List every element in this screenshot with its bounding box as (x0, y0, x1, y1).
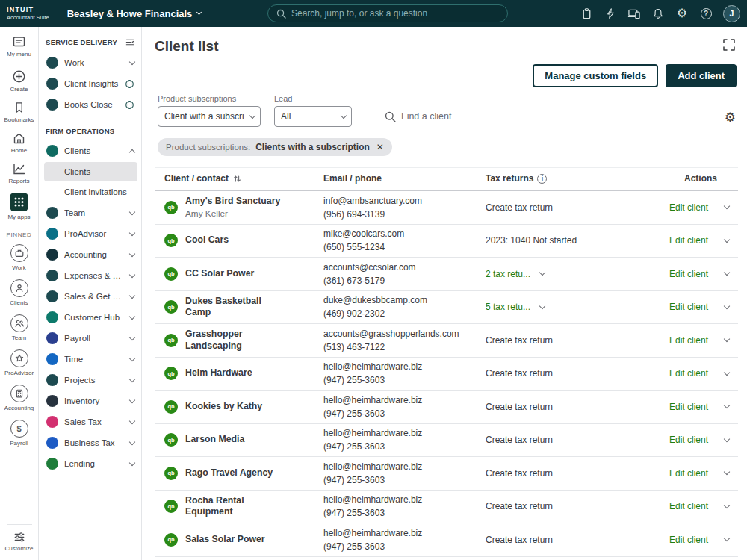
email-phone-cell: accounts@grasshopperlands.com (513) 463-… (316, 327, 478, 354)
edit-client-link[interactable]: Edit client (669, 535, 708, 545)
edit-client-link[interactable]: Edit client (669, 435, 708, 445)
client-name[interactable]: Rocha Rental Equipment (185, 495, 282, 518)
sidebar-item[interactable]: Sales Tax (44, 411, 137, 432)
edit-client-link[interactable]: Edit client (669, 368, 708, 379)
sidebar-item[interactable]: Work (44, 52, 137, 73)
edit-client-link[interactable]: Edit client (669, 468, 708, 479)
sidebar-item[interactable]: Lending (44, 453, 137, 474)
find-client-input[interactable] (401, 111, 483, 122)
client-name[interactable]: Larson Media (185, 434, 244, 446)
row-actions-chevron-icon[interactable] (724, 203, 730, 209)
sidebar-item[interactable]: ProAdvisor (44, 223, 137, 244)
fullscreen-icon[interactable] (722, 38, 736, 52)
client-name[interactable]: Cool Cars (185, 234, 229, 246)
tax-returns-link[interactable]: 2 tax retu... (486, 269, 530, 279)
global-search[interactable] (267, 4, 508, 22)
rail-item-create[interactable]: Create (0, 65, 38, 96)
edit-client-link[interactable]: Edit client (669, 202, 708, 213)
edit-client-link[interactable]: Edit client (669, 335, 708, 346)
table-row: qb Kookies by Kathy hello@heimhardware.b… (155, 391, 738, 424)
email-phone-cell: hello@heimhardware.biz (947) 255-3603 (316, 493, 478, 520)
edit-client-link[interactable]: Edit client (669, 269, 708, 279)
client-name[interactable]: Grasshopper Landscaping (185, 329, 282, 352)
rail-item-accounting[interactable]: Accounting (0, 380, 38, 415)
rail-item-bookmarks[interactable]: Bookmarks (0, 96, 38, 127)
client-name[interactable]: Kookies by Kathy (185, 401, 262, 413)
sidebar-item[interactable]: Clients (44, 162, 137, 181)
rail-item-customize[interactable]: Customize (0, 526, 38, 556)
product-subscriptions-select[interactable]: Client with a subscri... (158, 106, 261, 127)
row-actions-chevron-icon[interactable] (724, 436, 730, 442)
row-actions-chevron-icon[interactable] (724, 469, 730, 475)
sidebar-item[interactable]: Time (44, 349, 137, 370)
sidebar-item[interactable]: Customer Hub (44, 307, 137, 328)
client-name[interactable]: Amy's Bird Sanctuary (185, 196, 280, 208)
settings-gear-icon[interactable] (675, 7, 689, 20)
table-settings-gear-icon[interactable] (725, 111, 736, 125)
edit-client-link[interactable]: Edit client (669, 402, 708, 412)
row-actions-chevron-icon[interactable] (724, 402, 730, 408)
client-phone: (947) 255-3603 (323, 506, 478, 520)
company-switcher[interactable]: Beasley & Howe Financials (67, 8, 202, 19)
find-client-search[interactable] (385, 106, 483, 127)
edit-client-link[interactable]: Edit client (669, 235, 708, 246)
rail-item-reports[interactable]: Reports (0, 158, 38, 188)
manage-custom-fields-button[interactable]: Manage custom fields (533, 64, 658, 87)
collapse-menu-icon[interactable] (125, 37, 135, 47)
rail-item-my-apps[interactable]: My apps (0, 188, 38, 224)
rail-item-proadvisor[interactable]: ProAdvisor (0, 345, 38, 380)
client-name[interactable]: Heim Hardware (185, 367, 252, 379)
edit-client-link[interactable]: Edit client (669, 501, 708, 511)
chevron-up-icon (129, 149, 135, 155)
sidebar-item[interactable]: Sales & Get Paid (44, 286, 137, 307)
sidebar-item[interactable]: Inventory (44, 391, 137, 411)
row-actions-chevron-icon[interactable] (724, 237, 730, 243)
sidebar-item-icon (46, 353, 58, 365)
quick-actions-bolt-icon[interactable] (604, 7, 617, 20)
sidebar-item[interactable]: Business Tax (44, 432, 137, 453)
sidebar-item[interactable]: Books Close (44, 94, 137, 115)
chevron-down-icon[interactable] (539, 303, 545, 309)
info-icon[interactable] (537, 174, 547, 184)
rail-item-work[interactable]: Work (0, 240, 38, 275)
row-actions-chevron-icon[interactable] (724, 336, 730, 342)
notifications-bell-icon[interactable] (651, 7, 665, 20)
sidebar-item[interactable]: Client invitations (44, 182, 137, 202)
sidebar-item[interactable]: Payroll (44, 328, 137, 349)
row-actions-chevron-icon[interactable] (724, 370, 730, 376)
rail-item-home[interactable]: Home (0, 127, 38, 158)
client-name[interactable]: Salas Solar Power (185, 534, 265, 546)
row-actions-chevron-icon[interactable] (724, 270, 730, 276)
help-icon[interactable] (699, 7, 713, 20)
tasks-clipboard-icon[interactable] (580, 7, 593, 20)
tax-returns-link[interactable]: 5 tax retu... (486, 302, 530, 312)
rail-item-clients[interactable]: Clients (0, 275, 38, 310)
client-name[interactable]: Dukes Basketball Camp (185, 296, 282, 319)
client-name[interactable]: CC Solar Power (185, 268, 254, 280)
devices-icon[interactable] (627, 7, 641, 20)
rail-item-payroll[interactable]: Payroll (0, 415, 38, 450)
sidebar-item[interactable]: Accounting (44, 244, 137, 265)
header-client-contact[interactable]: Client / contact (155, 173, 316, 184)
lead-select[interactable]: All (274, 106, 352, 127)
rail-item-my-menu[interactable]: My menu (0, 31, 38, 61)
sidebar-item[interactable]: Team (44, 202, 137, 223)
row-actions-chevron-icon[interactable] (724, 535, 730, 541)
rail-item-team[interactable]: Team (0, 310, 38, 345)
add-client-button[interactable]: Add client (666, 64, 737, 87)
user-avatar[interactable]: J (723, 5, 740, 22)
sidebar-item[interactable]: Clients (44, 140, 137, 161)
sidebar-item[interactable]: Client Insights (44, 73, 137, 94)
row-actions-chevron-icon[interactable] (724, 503, 730, 508)
sidebar-item[interactable]: Expenses & Bills (44, 265, 137, 286)
search-icon (385, 111, 396, 122)
sidebar-item[interactable]: Projects (44, 370, 137, 391)
search-input[interactable] (291, 8, 499, 19)
row-actions-chevron-icon[interactable] (724, 303, 730, 309)
edit-client-link[interactable]: Edit client (669, 302, 708, 312)
chip-close-icon[interactable]: ✕ (376, 142, 384, 152)
actions-cell: Edit client (650, 368, 738, 379)
filter-chip: Product subscriptions: Clients with a su… (158, 138, 392, 156)
chevron-down-icon[interactable] (539, 270, 545, 276)
client-name[interactable]: Rago Travel Agency (185, 467, 273, 479)
